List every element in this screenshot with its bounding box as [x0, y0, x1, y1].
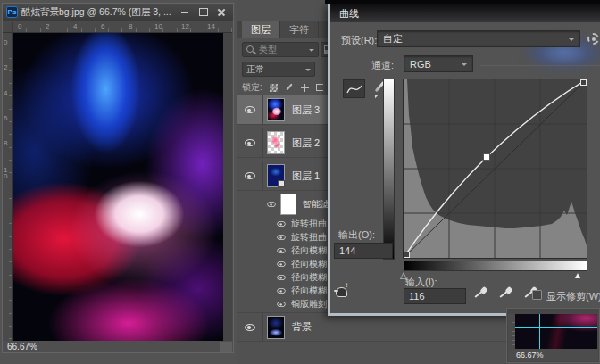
filter-name[interactable]: 径向模糊 — [291, 271, 327, 284]
visibility-eye-icon[interactable] — [267, 201, 275, 206]
ruler-label: 6 — [4, 115, 11, 121]
ruler-label: 4 — [4, 90, 11, 96]
blend-mode-value: 正常 — [246, 63, 264, 76]
white-point-slider[interactable]: ▲ — [573, 271, 582, 280]
gear-icon[interactable] — [588, 33, 599, 45]
targeted-adjustment-tool-icon[interactable] — [336, 287, 347, 297]
photoshop-workspace: Ps 酷炫背景bg.jpg @ 66.7% (图层 3, ... 0 2 4 6… — [0, 0, 600, 364]
filter-name[interactable]: 旋转扭曲 — [291, 231, 327, 244]
curve-plot — [404, 79, 587, 258]
channel-label: 通道: — [371, 59, 394, 72]
layer-thumbnail[interactable] — [267, 164, 285, 187]
ruler-label: 14 — [207, 22, 215, 30]
photoshop-file-icon: Ps — [6, 6, 18, 18]
chevron-down-icon — [569, 38, 574, 44]
ruler-label: 6 — [101, 22, 104, 30]
document-statusbar: 66.67% — [508, 349, 598, 361]
curve-grid[interactable] — [403, 79, 588, 259]
dialog-body: 预设(R): 自定 通道: RGB — [330, 22, 600, 313]
layer-name[interactable]: 背景 — [292, 320, 312, 334]
search-placeholder: 类型 — [259, 44, 305, 56]
filter-name[interactable]: 旋转扭曲 — [291, 218, 327, 230]
output-value-field[interactable]: 144 — [334, 243, 393, 259]
guide-line-horizontal — [515, 327, 597, 328]
lock-transparency-icon[interactable] — [270, 84, 278, 92]
tab-character[interactable]: 字符 — [280, 21, 319, 38]
ruler-label: 2 — [46, 22, 49, 30]
zoom-level[interactable]: 66.67% — [7, 342, 38, 352]
blend-mode-select[interactable]: 正常 — [242, 62, 315, 77]
vertical-ruler: 0 2 4 6 8 10 — [3, 33, 13, 341]
channel-select[interactable]: RGB — [404, 55, 473, 72]
layer-name[interactable]: 图层 2 — [292, 136, 320, 150]
document-window[interactable]: Ps 酷炫背景bg.jpg @ 66.7% (图层 3, ... 0 2 4 6… — [2, 3, 234, 353]
layer-thumbnail[interactable] — [267, 316, 285, 339]
preset-value: 自定 — [383, 32, 403, 46]
dialog-titlebar[interactable]: 曲线 — [330, 4, 600, 22]
visibility-eye-icon[interactable] — [245, 324, 255, 331]
output-gradient-bar — [383, 79, 395, 260]
curve-point-selected[interactable] — [484, 154, 490, 161]
layer-name[interactable]: 图层 3 — [292, 103, 320, 117]
visibility-eye-icon[interactable] — [245, 172, 255, 179]
filter-name[interactable]: 径向模糊 — [291, 244, 327, 257]
curves-dialog[interactable]: 曲线 预设(R): 自定 通道: RGB — [328, 4, 600, 316]
ruler-label: 10 — [154, 22, 162, 30]
layer-thumbnail[interactable] — [267, 131, 285, 154]
output-label: 输出(O): — [338, 228, 375, 242]
curve-point-highlight[interactable] — [581, 80, 587, 86]
point-curve-tool-button[interactable] — [343, 79, 365, 98]
lock-artboard-icon[interactable] — [316, 84, 323, 91]
ruler-label: 2 — [4, 64, 11, 70]
filter-mask-thumbnail[interactable] — [280, 194, 296, 215]
visibility-eye-icon[interactable] — [277, 234, 285, 239]
curve-point-shadow[interactable] — [404, 252, 410, 258]
lock-pixels-icon[interactable] — [285, 83, 294, 92]
visibility-eye-icon[interactable] — [277, 287, 285, 293]
filter-name[interactable]: 铜版雕刻 — [291, 298, 327, 310]
vertical-ruler — [508, 314, 515, 349]
visibility-eye-icon[interactable] — [277, 274, 285, 279]
input-value-field[interactable]: 116 — [404, 288, 466, 304]
preset-select[interactable]: 自定 — [377, 30, 580, 47]
visibility-eye-icon[interactable] — [277, 247, 285, 252]
black-eyedropper-icon[interactable] — [473, 286, 488, 302]
maximize-button[interactable] — [196, 6, 211, 19]
document-title: 酷炫背景bg.jpg @ 66.7% (图层 3, ... — [21, 6, 173, 19]
smart-object-badge — [278, 180, 285, 187]
tab-layers[interactable]: 图层 — [242, 21, 280, 38]
layer-name[interactable]: 图层 1 — [292, 170, 320, 183]
visibility-eye-icon[interactable] — [277, 220, 285, 226]
ruler-corner — [3, 22, 13, 33]
visibility-eye-icon[interactable] — [277, 261, 285, 266]
layer-filter-search[interactable]: 类型 — [242, 42, 319, 57]
canvas-image[interactable] — [13, 33, 223, 345]
ruler-label: 8 — [4, 140, 11, 146]
canvas-area[interactable] — [13, 33, 232, 341]
guide-line-vertical — [539, 314, 540, 349]
gray-eyedropper-icon[interactable] — [498, 286, 513, 302]
close-button[interactable] — [214, 6, 229, 19]
search-icon — [246, 46, 255, 54]
ruler-label: 12 — [181, 22, 189, 30]
minimize-button[interactable] — [177, 6, 192, 19]
ruler-label: 8 — [129, 22, 132, 30]
chevron-down-icon — [462, 63, 467, 69]
layer-thumbnail[interactable] — [267, 98, 285, 121]
show-clipping-label: 显示修剪(W) — [546, 290, 600, 303]
show-clipping-checkbox[interactable] — [532, 290, 542, 300]
preset-label: 预设(R): — [341, 34, 377, 47]
filter-name[interactable]: 径向模糊 — [291, 258, 327, 270]
zoom-level[interactable]: 66.67% — [516, 351, 544, 360]
visibility-eye-icon[interactable] — [277, 301, 285, 306]
filter-name[interactable]: 径向模糊 — [291, 285, 327, 297]
visibility-eye-icon[interactable] — [245, 106, 255, 113]
secondary-document-window[interactable]: 66.67% — [506, 308, 600, 363]
visibility-eye-icon[interactable] — [245, 139, 255, 146]
lock-position-icon[interactable] — [301, 84, 309, 92]
input-label: 输入(I): — [405, 276, 437, 289]
ruler-label: 4 — [73, 22, 77, 30]
channel-value: RGB — [410, 59, 431, 70]
document-titlebar[interactable]: Ps 酷炫背景bg.jpg @ 66.7% (图层 3, ... — [3, 4, 233, 21]
ruler-label: 0 — [18, 22, 21, 30]
